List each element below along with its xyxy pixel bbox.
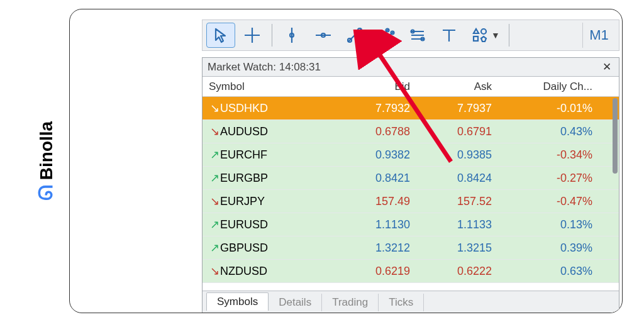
symbol-cell: NZDUSD	[220, 265, 267, 278]
timeframe-button[interactable]: M1	[582, 23, 615, 48]
symbol-cell: GBPUSD	[220, 242, 268, 255]
chevron-down-icon: ▼	[491, 30, 500, 40]
trend-down-icon: ↘	[209, 194, 220, 208]
shapes-icon	[470, 25, 490, 45]
ask-cell: 1.1133	[416, 213, 498, 236]
table-header: Symbol Bid Ask Daily Ch...	[203, 77, 619, 97]
svg-rect-22	[474, 36, 478, 41]
ask-cell: 157.52	[416, 190, 498, 213]
symbol-cell: EURGBP	[220, 172, 268, 185]
app-window: ▼ M1 Market Watch: 14:08:31 ✕ Symbol Bid…	[69, 9, 623, 313]
table-row[interactable]: ↗ GBPUSD1.32121.32150.39%	[203, 236, 619, 260]
change-cell: 0.63%	[498, 260, 599, 282]
ask-cell: 1.3215	[416, 236, 498, 259]
table-body: ↘ USDHKD7.79327.7937-0.01%↘ AUDUSD0.6788…	[203, 97, 619, 291]
table-row[interactable]: ↘ NZDUSD0.62190.62220.63%	[203, 260, 619, 283]
bid-cell: 157.49	[335, 190, 416, 213]
ask-cell: 0.8424	[416, 167, 498, 189]
channel-tool-button[interactable]	[372, 23, 401, 48]
symbol-cell: EURUSD	[220, 218, 268, 231]
brand-logo-block: ᘏ Binolla	[35, 121, 57, 201]
bid-cell: 1.1130	[335, 213, 416, 236]
horizontal-line-icon	[313, 25, 333, 45]
horizontal-line-tool-button[interactable]	[309, 23, 338, 48]
fibonacci-icon	[408, 25, 428, 45]
tab-symbols[interactable]: Symbols	[206, 292, 269, 311]
tab-ticks[interactable]: Ticks	[379, 294, 424, 311]
table-row[interactable]: ↗ EURCHF0.93820.9385-0.34%	[203, 143, 619, 167]
header-ask[interactable]: Ask	[416, 77, 498, 96]
symbol-cell: EURJPY	[220, 195, 265, 208]
ask-cell: 7.7937	[416, 97, 498, 119]
table-row[interactable]: ↘ AUDUSD0.67880.67910.43%	[203, 120, 619, 143]
trend-up-icon: ↗	[209, 218, 220, 231]
panel-tabs: SymbolsDetailsTradingTicks	[203, 291, 619, 313]
crosshair-tool-button[interactable]	[238, 23, 267, 48]
change-cell: 0.43%	[498, 120, 599, 143]
header-bid[interactable]: Bid	[335, 77, 416, 96]
scrollbar-thumb[interactable]	[613, 98, 618, 174]
bid-cell: 1.3212	[335, 236, 416, 259]
shapes-tool-button[interactable]: ▼	[466, 23, 504, 48]
trend-down-icon: ↘	[209, 125, 220, 138]
trend-up-icon: ↗	[209, 171, 220, 185]
bid-cell: 7.7932	[335, 97, 416, 119]
vertical-line-tool-button[interactable]	[277, 23, 306, 48]
ask-cell: 0.9385	[416, 143, 498, 166]
bid-cell: 0.9382	[335, 143, 416, 166]
separator	[272, 24, 272, 47]
tab-trading[interactable]: Trading	[322, 294, 379, 311]
trend-down-icon: ↘	[209, 101, 220, 115]
panel-titlebar: Market Watch: 14:08:31 ✕	[203, 58, 619, 77]
text-tool-button[interactable]	[435, 23, 464, 48]
drawing-toolbar: ▼ M1	[202, 19, 619, 51]
trendline-icon	[345, 25, 365, 45]
change-cell: -0.01%	[498, 97, 599, 119]
bid-cell: 0.6788	[335, 120, 416, 143]
header-symbol[interactable]: Symbol	[203, 77, 335, 96]
table-row[interactable]: ↗ EURGBP0.84210.8424-0.27%	[203, 167, 619, 190]
trendline-tool-button[interactable]	[340, 23, 369, 48]
header-change[interactable]: Daily Ch...	[498, 77, 599, 96]
change-cell: -0.34%	[498, 143, 599, 166]
trend-up-icon: ↗	[209, 241, 220, 255]
change-cell: 0.13%	[498, 213, 599, 236]
symbol-cell: USDHKD	[220, 102, 268, 115]
table-row[interactable]: ↘ USDHKD7.79327.7937-0.01%	[203, 97, 619, 120]
tab-details[interactable]: Details	[269, 294, 322, 311]
symbol-cell: AUDUSD	[220, 125, 268, 138]
cursor-icon	[211, 25, 231, 45]
ask-cell: 0.6222	[416, 260, 498, 282]
close-button[interactable]: ✕	[600, 60, 614, 74]
table-row[interactable]: ↗ EURUSD1.11301.11330.13%	[203, 213, 619, 236]
trend-up-icon: ↗	[209, 148, 220, 162]
change-cell: -0.47%	[498, 190, 599, 213]
fibonacci-tool-button[interactable]	[403, 23, 432, 48]
svg-point-21	[481, 29, 486, 34]
text-icon	[439, 25, 459, 45]
svg-line-6	[348, 29, 361, 42]
market-watch-panel: Market Watch: 14:08:31 ✕ Symbol Bid Ask …	[202, 57, 619, 313]
vertical-line-icon	[282, 25, 302, 45]
ask-cell: 0.6791	[416, 120, 498, 143]
brand-name: Binolla	[36, 121, 56, 180]
bid-cell: 0.8421	[335, 167, 416, 189]
change-cell: -0.27%	[498, 167, 599, 189]
channel-icon	[376, 25, 396, 45]
trend-down-icon: ↘	[209, 264, 220, 278]
table-row[interactable]: ↘ EURJPY157.49157.52-0.47%	[203, 190, 619, 213]
panel-title-text: Market Watch: 14:08:31	[208, 61, 321, 74]
brand-logo-icon: ᘏ	[35, 185, 57, 201]
symbol-cell: EURCHF	[220, 148, 267, 162]
bid-cell: 0.6219	[335, 260, 416, 282]
cursor-tool-button[interactable]	[206, 23, 235, 48]
change-cell: 0.39%	[498, 236, 599, 259]
crosshair-icon	[242, 25, 262, 45]
separator	[509, 24, 509, 47]
